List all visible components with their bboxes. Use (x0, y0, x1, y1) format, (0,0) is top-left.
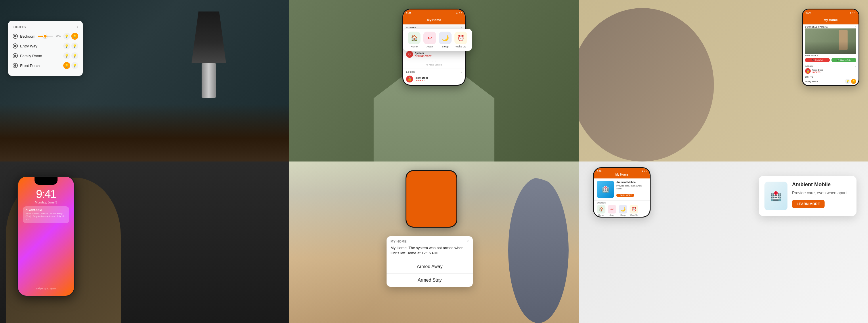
security-item[interactable]: 🛡 System ARMED AWAY (406, 50, 462, 59)
phone-app-title: My Home (427, 18, 441, 22)
phone6-signal-icons: ▲ ● ● (641, 170, 647, 172)
bedroom-icon-btn-on[interactable]: 💡 (71, 33, 78, 40)
sofa-area (0, 104, 289, 162)
doorbell-lock-icon: 🔒 (805, 68, 811, 74)
doorbell-locks-label: LOCKS (805, 65, 813, 67)
popup-scene-wakeup[interactable]: ⏰ Wake Up (455, 32, 467, 48)
lockscreen-swipe-hint[interactable]: swipe up to open (18, 287, 74, 290)
lights-panel: LIGHTS › Bedroom 50% 💡 💡 Entry Way (8, 21, 83, 76)
phone-mockup-doorbell: 9:26 ▲ ● ● My Home DOORBELL CAMERA › Fro… (802, 9, 859, 86)
phone6-scene-wakeup[interactable]: ⏰ Wake Up (629, 205, 638, 216)
doorbell-status-bar: 9:26 ▲ ● ● (803, 9, 859, 16)
familyroom-light-item: Family Room 💡 💡 (13, 52, 78, 59)
familyroom-light-name: Family Room (20, 54, 61, 58)
phone6-time: 6:26 (597, 170, 601, 172)
popup-sleep-label: Sleep (442, 45, 448, 48)
call-row: 📞 End Call 🎤 Hold to Talk (805, 58, 856, 62)
hold-to-talk-button[interactable]: 🎤 Hold to Talk (832, 58, 856, 62)
entryway-icon-btn-on[interactable]: 💡 (71, 42, 78, 50)
bedroom-slider-thumb[interactable] (43, 34, 47, 38)
chevron-right-icon[interactable]: › (77, 25, 78, 29)
popup-close-button[interactable]: × (466, 239, 469, 244)
entryway-light-item: Entry Way 💡 💡 (13, 42, 78, 50)
lock-item[interactable]: 🔒 Front Door LOCKED (406, 74, 462, 84)
ambient-img: 🏥 (597, 181, 614, 198)
scenes-section-header: SCENES › (406, 26, 462, 29)
popup-header: MY HOME × (386, 236, 473, 246)
familyroom-icon-btn-on[interactable]: 💡 (71, 52, 78, 59)
bedroom-slider-track[interactable] (38, 36, 53, 37)
end-call-label: End Call (815, 59, 823, 61)
end-call-button[interactable]: 📞 End Call (805, 58, 830, 62)
cell-myhome: 6:26 ▲ ● ● My Home SCENES › 🏠 Home ↩ Awa… (289, 0, 579, 162)
indicator-dots: • • • (406, 59, 462, 63)
phone6-scene-sleep[interactable]: 🌙 Sleep (619, 205, 627, 216)
cell-lights: LIGHTS › Bedroom 50% 💡 💡 Entry Way (0, 0, 289, 162)
lockscreen-date: Monday, June 3 (23, 201, 69, 204)
scenes-chevron[interactable]: › (461, 26, 462, 29)
cell-lockscreen: 9:41 Monday, June 3 ALARM.COM Small Smok… (0, 162, 289, 323)
armed-stay-button[interactable]: Armed Stay (386, 273, 473, 287)
phone6-sleep-icon: 🌙 (619, 205, 627, 214)
doorbell-camera-feed[interactable] (805, 28, 856, 54)
familyroom-icon-btn-off[interactable]: 💡 (63, 52, 70, 59)
hold-to-talk-label: Hold to Talk (840, 59, 850, 61)
learn-more-btn-small[interactable]: LEARN MORE (616, 194, 634, 197)
cell-ambient: 6:26 ▲ ● ● My Home 🏥 Ambient Mobile Prov… (579, 162, 868, 323)
frontporch-icon-btn-on[interactable]: 💡 (71, 62, 78, 69)
doorbell-bulb-icons: 💡 💡 (845, 79, 856, 84)
doorbell-locks-chevron[interactable]: › (855, 65, 856, 67)
popup-away-icon: ↩ (423, 32, 436, 44)
notif-app-name: ALARM.COM (26, 208, 66, 212)
frontporch-icon-group: 💡 💡 (63, 62, 78, 69)
popup-scene-away[interactable]: ↩ Away (423, 32, 436, 48)
bulb-on[interactable]: 💡 (851, 79, 856, 84)
phone6-wakeup-label: Wake Up (630, 214, 638, 216)
doorbell-lock-status: LOCKED (812, 71, 823, 73)
phone6-scenes-label: SCENES (597, 202, 647, 204)
doorbell-lights-label: LIGHTS (805, 76, 813, 78)
bedroom-icon-btn-off[interactable]: 💡 (63, 33, 70, 40)
bedroom-slider-row[interactable]: 50% (38, 34, 61, 38)
entryway-light-name: Entry Way (20, 44, 61, 48)
security-info: System ARMED AWAY (415, 52, 432, 57)
ambient-card-img: 🏥 (765, 182, 787, 211)
entryway-icon-group: 💡 💡 (63, 42, 78, 50)
popup-scene-home[interactable]: 🏠 Home (408, 32, 421, 48)
door-select[interactable]: Front Door ∨ (805, 54, 856, 57)
doorbell-camera-label: DOORBELL CAMERA (805, 26, 828, 28)
doorbell-lock-item[interactable]: 🔒 Front Door LOCKED (805, 68, 856, 74)
divider-2 (403, 68, 465, 68)
locks-label: LOCKS (406, 71, 415, 73)
bedroom-light-item: Bedroom 50% 💡 💡 (13, 33, 78, 40)
ambient-text-col: Ambient Mobile Provide care, even when a… (616, 181, 647, 198)
doorbell-lights-room: Living Room (805, 80, 818, 83)
armed-away-button[interactable]: Armed Away (386, 260, 473, 273)
frontporch-icon-btn-off[interactable]: 💡 (63, 62, 70, 69)
security-status: ARMED AWAY (415, 55, 432, 57)
notification-popup: MY HOME × My Home: The system was not ar… (386, 236, 473, 287)
phone6-home-label: Home (598, 214, 604, 216)
no-sensors-text: No Active Sensors (406, 63, 462, 66)
ambient-product-name: Ambient Mobile (616, 181, 647, 184)
learn-more-large-btn[interactable]: LEARN MORE (792, 200, 825, 208)
entryway-icon-btn-off[interactable]: 💡 (63, 42, 70, 50)
phone6-home-icon: 🏠 (597, 205, 606, 214)
ambient-card-tagline: Provide care, even when apart. (792, 190, 848, 196)
phone6-scene-away[interactable]: ↩ Away (608, 205, 616, 216)
locks-chevron[interactable]: › (461, 71, 462, 73)
phone6-app-title: My Home (597, 173, 647, 176)
front-door-select-label: Front Door (805, 54, 816, 57)
doorbell-camera-section: DOORBELL CAMERA › Front Door ∨ 📞 End Cal… (803, 25, 859, 64)
popup-message: My Home: The system was not armed when C… (386, 246, 473, 260)
phone6-sleep-label: Sleep (620, 214, 625, 216)
scene-popup: 🏠 Home ↩ Away 🌙 Sleep ⏰ Wake Up (403, 29, 472, 51)
doorbell-camera-chevron[interactable]: › (855, 26, 856, 28)
ambient-tagline-short: Provide care, even when apart. (616, 185, 647, 191)
notification-card[interactable]: ALARM.COM Small Smoke Detector: Armed Aw… (23, 206, 69, 223)
locks-section: LOCKS › 🔒 Front Door LOCKED (403, 69, 465, 85)
phone6-scene-home[interactable]: 🏠 Home (597, 205, 606, 216)
popup-scene-sleep[interactable]: 🌙 Sleep (439, 32, 452, 48)
cell-doorbell: 9:26 ▲ ● ● My Home DOORBELL CAMERA › Fro… (579, 0, 868, 162)
bulb-off[interactable]: 💡 (845, 79, 850, 84)
